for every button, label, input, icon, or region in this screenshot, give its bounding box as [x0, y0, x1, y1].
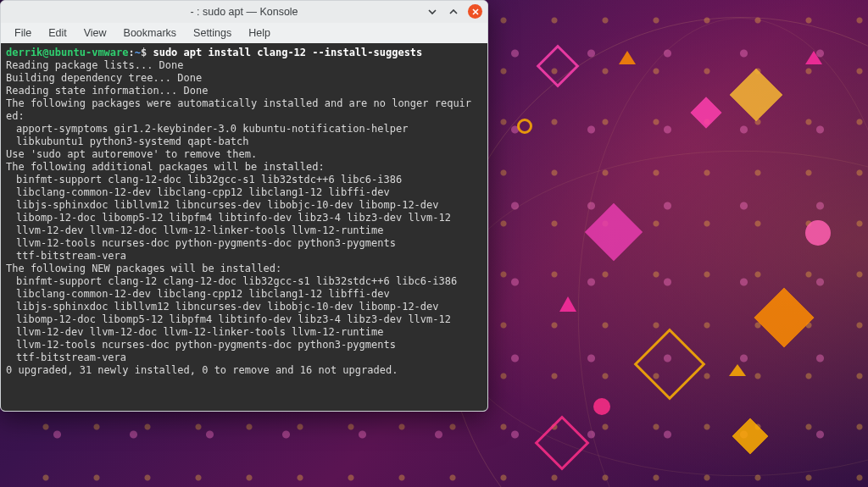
- terminal-output[interactable]: derrik@ubuntu-vmware:~$ sudo apt install…: [1, 43, 487, 411]
- out-line: llvm-12-dev llvm-12-doc llvm-12-linker-t…: [6, 224, 482, 237]
- menu-view[interactable]: View: [75, 25, 115, 42]
- minimize-button[interactable]: [426, 5, 438, 18]
- prompt-user: derrik: [6, 47, 42, 58]
- out-line: apport-symptoms gir1.2-keybinder-3.0 kub…: [6, 123, 482, 136]
- out-line: llvm-12-tools ncurses-doc python-pygment…: [6, 339, 482, 351]
- menu-bookmarks[interactable]: Bookmarks: [115, 25, 186, 42]
- chevron-up-icon: [448, 7, 459, 17]
- prompt-at: @: [42, 47, 48, 58]
- out-line: The following packages were automaticall…: [6, 97, 471, 109]
- close-button[interactable]: [468, 4, 482, 19]
- out-line: libkubuntu1 python3-systemd qapt-batch: [6, 136, 482, 148]
- prompt-path: ~: [135, 47, 141, 58]
- out-line: libclang-common-12-dev libclang-cpp12 li…: [6, 288, 482, 301]
- out-line: ttf-bitstream-vera: [6, 250, 482, 263]
- command-text: sudo apt install clang-12 --install-sugg…: [153, 47, 422, 58]
- maximize-button[interactable]: [447, 5, 459, 18]
- menubar: File Edit View Bookmarks Settings Help: [1, 23, 487, 43]
- titlebar[interactable]: - : sudo apt — Konsole: [1, 1, 487, 23]
- out-line: Use 'sudo apt autoremove' to remove them…: [6, 148, 257, 160]
- out-line: libjs-sphinxdoc libllvm12 libncurses-dev…: [6, 301, 482, 313]
- chevron-down-icon: [427, 7, 437, 17]
- out-line: libjs-sphinxdoc libllvm12 libncurses-dev…: [6, 199, 482, 212]
- prompt-colon: :: [129, 47, 135, 58]
- out-line: Building dependency tree... Done: [6, 72, 202, 84]
- out-line: binfmt-support clang-12 clang-12-doc lib…: [6, 275, 482, 288]
- konsole-window: - : sudo apt — Konsole File Edit View Bo…: [0, 0, 488, 412]
- out-summary: 0 upgraded, 31 newly installed, 0 to rem…: [6, 364, 398, 376]
- prompt-host: ubuntu-vmware: [49, 47, 129, 58]
- out-line: The following NEW packages will be insta…: [6, 263, 281, 274]
- out-line: libomp-12-doc libomp5-12 libpfm4 libtinf…: [6, 212, 482, 224]
- out-line: llvm-12-dev llvm-12-doc llvm-12-linker-t…: [6, 326, 482, 339]
- out-line: Reading state information... Done: [6, 85, 208, 97]
- out-line: binfmt-support clang-12-doc lib32gcc-s1 …: [6, 174, 482, 186]
- prompt-sigil: $: [141, 47, 153, 58]
- out-line: libclang-common-12-dev libclang-cpp12 li…: [6, 186, 482, 199]
- menu-file[interactable]: File: [6, 25, 40, 42]
- close-icon: [470, 7, 481, 17]
- menu-edit[interactable]: Edit: [40, 25, 75, 42]
- menu-help[interactable]: Help: [240, 25, 279, 42]
- out-line: llvm-12-tools ncurses-doc python-pygment…: [6, 237, 482, 250]
- out-line: ttf-bitstream-vera: [6, 351, 482, 364]
- menu-settings[interactable]: Settings: [185, 25, 240, 42]
- out-line: libomp-12-doc libomp5-12 libpfm4 libtinf…: [6, 313, 482, 326]
- out-line: Reading package lists... Done: [6, 59, 184, 71]
- out-line: ed:: [6, 110, 25, 122]
- out-line: The following additional packages will b…: [6, 161, 325, 173]
- window-title: - : sudo apt — Konsole: [190, 6, 298, 18]
